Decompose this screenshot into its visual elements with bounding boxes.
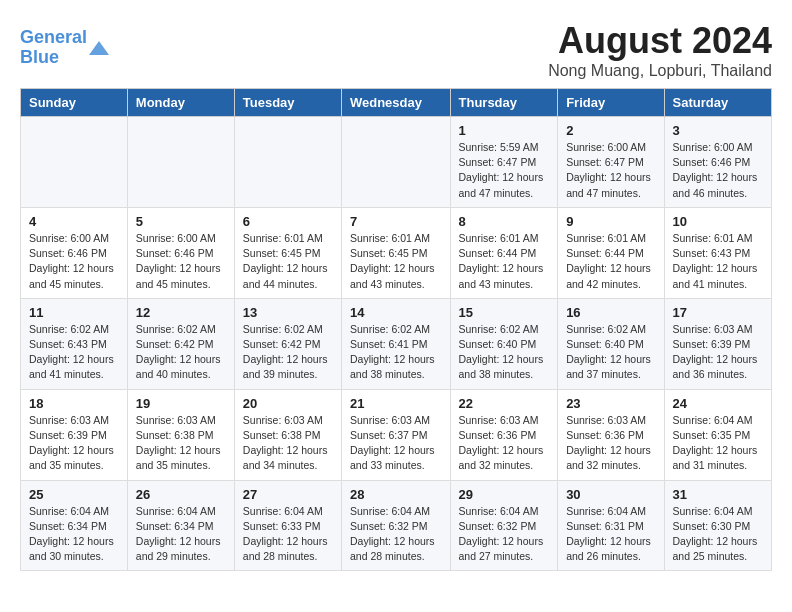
calendar-cell: 2Sunrise: 6:00 AMSunset: 6:47 PMDaylight… (558, 117, 664, 208)
calendar-cell: 13Sunrise: 6:02 AMSunset: 6:42 PMDayligh… (234, 298, 341, 389)
calendar-body: 1Sunrise: 5:59 AMSunset: 6:47 PMDaylight… (21, 117, 772, 571)
day-info: Sunrise: 6:04 AMSunset: 6:34 PMDaylight:… (29, 504, 119, 565)
calendar-cell: 6Sunrise: 6:01 AMSunset: 6:45 PMDaylight… (234, 207, 341, 298)
calendar-week-1: 1Sunrise: 5:59 AMSunset: 6:47 PMDaylight… (21, 117, 772, 208)
day-number: 6 (243, 214, 333, 229)
day-number: 7 (350, 214, 442, 229)
day-number: 8 (459, 214, 550, 229)
day-header-sunday: Sunday (21, 89, 128, 117)
svg-marker-0 (89, 41, 109, 55)
calendar-cell: 3Sunrise: 6:00 AMSunset: 6:46 PMDaylight… (664, 117, 771, 208)
day-number: 29 (459, 487, 550, 502)
day-info: Sunrise: 6:02 AMSunset: 6:42 PMDaylight:… (243, 322, 333, 383)
day-number: 2 (566, 123, 655, 138)
day-info: Sunrise: 6:01 AMSunset: 6:45 PMDaylight:… (243, 231, 333, 292)
day-info: Sunrise: 6:04 AMSunset: 6:30 PMDaylight:… (673, 504, 763, 565)
day-info: Sunrise: 6:02 AMSunset: 6:43 PMDaylight:… (29, 322, 119, 383)
day-number: 10 (673, 214, 763, 229)
calendar-week-2: 4Sunrise: 6:00 AMSunset: 6:46 PMDaylight… (21, 207, 772, 298)
calendar-cell: 9Sunrise: 6:01 AMSunset: 6:44 PMDaylight… (558, 207, 664, 298)
day-header-friday: Friday (558, 89, 664, 117)
calendar-cell: 8Sunrise: 6:01 AMSunset: 6:44 PMDaylight… (450, 207, 558, 298)
day-number: 13 (243, 305, 333, 320)
day-number: 28 (350, 487, 442, 502)
day-info: Sunrise: 6:03 AMSunset: 6:36 PMDaylight:… (566, 413, 655, 474)
calendar-cell: 31Sunrise: 6:04 AMSunset: 6:30 PMDayligh… (664, 480, 771, 571)
day-info: Sunrise: 6:01 AMSunset: 6:45 PMDaylight:… (350, 231, 442, 292)
day-number: 12 (136, 305, 226, 320)
calendar-cell: 20Sunrise: 6:03 AMSunset: 6:38 PMDayligh… (234, 389, 341, 480)
calendar-cell: 12Sunrise: 6:02 AMSunset: 6:42 PMDayligh… (127, 298, 234, 389)
calendar-cell: 1Sunrise: 5:59 AMSunset: 6:47 PMDaylight… (450, 117, 558, 208)
day-info: Sunrise: 6:04 AMSunset: 6:32 PMDaylight:… (459, 504, 550, 565)
day-number: 5 (136, 214, 226, 229)
day-number: 9 (566, 214, 655, 229)
day-info: Sunrise: 6:00 AMSunset: 6:47 PMDaylight:… (566, 140, 655, 201)
calendar-title: August 2024 (20, 20, 772, 62)
calendar-cell: 22Sunrise: 6:03 AMSunset: 6:36 PMDayligh… (450, 389, 558, 480)
day-info: Sunrise: 5:59 AMSunset: 6:47 PMDaylight:… (459, 140, 550, 201)
day-header-tuesday: Tuesday (234, 89, 341, 117)
day-info: Sunrise: 6:04 AMSunset: 6:34 PMDaylight:… (136, 504, 226, 565)
calendar-cell: 27Sunrise: 6:04 AMSunset: 6:33 PMDayligh… (234, 480, 341, 571)
calendar-week-5: 25Sunrise: 6:04 AMSunset: 6:34 PMDayligh… (21, 480, 772, 571)
day-info: Sunrise: 6:04 AMSunset: 6:31 PMDaylight:… (566, 504, 655, 565)
day-info: Sunrise: 6:02 AMSunset: 6:40 PMDaylight:… (459, 322, 550, 383)
calendar-cell: 19Sunrise: 6:03 AMSunset: 6:38 PMDayligh… (127, 389, 234, 480)
day-header-thursday: Thursday (450, 89, 558, 117)
calendar-cell: 29Sunrise: 6:04 AMSunset: 6:32 PMDayligh… (450, 480, 558, 571)
day-info: Sunrise: 6:03 AMSunset: 6:39 PMDaylight:… (673, 322, 763, 383)
day-number: 22 (459, 396, 550, 411)
calendar-cell (341, 117, 450, 208)
calendar-cell: 10Sunrise: 6:01 AMSunset: 6:43 PMDayligh… (664, 207, 771, 298)
day-info: Sunrise: 6:04 AMSunset: 6:35 PMDaylight:… (673, 413, 763, 474)
calendar-subtitle: Nong Muang, Lopburi, Thailand (20, 62, 772, 80)
day-info: Sunrise: 6:04 AMSunset: 6:32 PMDaylight:… (350, 504, 442, 565)
calendar-cell: 14Sunrise: 6:02 AMSunset: 6:41 PMDayligh… (341, 298, 450, 389)
day-number: 26 (136, 487, 226, 502)
day-number: 14 (350, 305, 442, 320)
day-number: 1 (459, 123, 550, 138)
calendar-cell: 18Sunrise: 6:03 AMSunset: 6:39 PMDayligh… (21, 389, 128, 480)
day-number: 18 (29, 396, 119, 411)
day-number: 3 (673, 123, 763, 138)
calendar-cell: 15Sunrise: 6:02 AMSunset: 6:40 PMDayligh… (450, 298, 558, 389)
calendar-cell: 24Sunrise: 6:04 AMSunset: 6:35 PMDayligh… (664, 389, 771, 480)
day-info: Sunrise: 6:01 AMSunset: 6:44 PMDaylight:… (566, 231, 655, 292)
day-info: Sunrise: 6:03 AMSunset: 6:38 PMDaylight:… (136, 413, 226, 474)
calendar-cell: 5Sunrise: 6:00 AMSunset: 6:46 PMDaylight… (127, 207, 234, 298)
calendar-cell (21, 117, 128, 208)
calendar-cell: 26Sunrise: 6:04 AMSunset: 6:34 PMDayligh… (127, 480, 234, 571)
day-number: 25 (29, 487, 119, 502)
calendar-cell: 23Sunrise: 6:03 AMSunset: 6:36 PMDayligh… (558, 389, 664, 480)
day-number: 30 (566, 487, 655, 502)
logo: General Blue (20, 28, 109, 68)
day-number: 11 (29, 305, 119, 320)
day-info: Sunrise: 6:01 AMSunset: 6:43 PMDaylight:… (673, 231, 763, 292)
day-info: Sunrise: 6:02 AMSunset: 6:40 PMDaylight:… (566, 322, 655, 383)
day-info: Sunrise: 6:00 AMSunset: 6:46 PMDaylight:… (29, 231, 119, 292)
day-info: Sunrise: 6:00 AMSunset: 6:46 PMDaylight:… (673, 140, 763, 201)
calendar-cell: 16Sunrise: 6:02 AMSunset: 6:40 PMDayligh… (558, 298, 664, 389)
day-info: Sunrise: 6:03 AMSunset: 6:37 PMDaylight:… (350, 413, 442, 474)
calendar-cell: 30Sunrise: 6:04 AMSunset: 6:31 PMDayligh… (558, 480, 664, 571)
day-header-monday: Monday (127, 89, 234, 117)
day-info: Sunrise: 6:02 AMSunset: 6:42 PMDaylight:… (136, 322, 226, 383)
calendar-cell: 17Sunrise: 6:03 AMSunset: 6:39 PMDayligh… (664, 298, 771, 389)
calendar-cell: 11Sunrise: 6:02 AMSunset: 6:43 PMDayligh… (21, 298, 128, 389)
day-number: 4 (29, 214, 119, 229)
day-info: Sunrise: 6:01 AMSunset: 6:44 PMDaylight:… (459, 231, 550, 292)
day-number: 20 (243, 396, 333, 411)
day-number: 31 (673, 487, 763, 502)
calendar-table: SundayMondayTuesdayWednesdayThursdayFrid… (20, 88, 772, 571)
calendar-cell (127, 117, 234, 208)
calendar-header: August 2024 Nong Muang, Lopburi, Thailan… (20, 20, 772, 80)
day-number: 24 (673, 396, 763, 411)
calendar-cell: 21Sunrise: 6:03 AMSunset: 6:37 PMDayligh… (341, 389, 450, 480)
calendar-cell: 28Sunrise: 6:04 AMSunset: 6:32 PMDayligh… (341, 480, 450, 571)
day-info: Sunrise: 6:03 AMSunset: 6:36 PMDaylight:… (459, 413, 550, 474)
day-number: 15 (459, 305, 550, 320)
logo-text: General Blue (20, 27, 87, 67)
calendar-cell: 7Sunrise: 6:01 AMSunset: 6:45 PMDaylight… (341, 207, 450, 298)
day-number: 17 (673, 305, 763, 320)
